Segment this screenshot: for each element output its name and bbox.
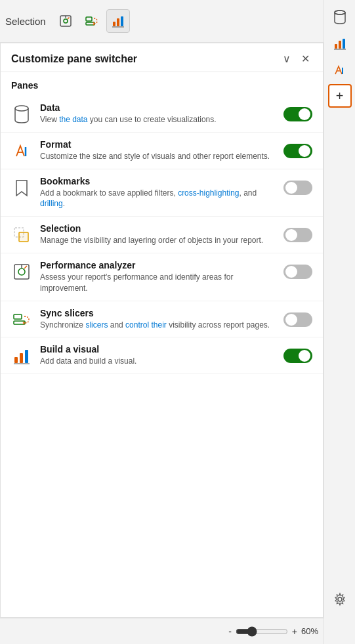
pane-icon-data <box>11 104 32 125</box>
pane-content-selection: SelectionManage the visibility and layer… <box>40 223 276 246</box>
pane-content-sync-slicers: Sync slicersSynchronize slicers and cont… <box>40 308 276 331</box>
pane-toggle-btn-build-visual[interactable] <box>283 349 312 363</box>
panel-header: Customize pane switcher ∨ ✕ <box>1 43 323 72</box>
desc-link[interactable]: the data <box>59 115 87 124</box>
pane-content-build-visual: Build a visualAdd data and build a visua… <box>40 344 276 367</box>
sync-slicers-top-btn[interactable] <box>80 9 104 33</box>
pane-name-build-visual: Build a visual <box>40 344 276 354</box>
zoom-plus-btn[interactable]: + <box>292 626 297 637</box>
pane-desc-data: View the data you can use to create visu… <box>40 114 276 125</box>
pane-icon-format <box>11 140 32 161</box>
main-panel: Customize pane switcher ∨ ✕ Panes DataVi… <box>0 43 324 618</box>
svg-rect-31 <box>20 353 23 363</box>
plus-icon: + <box>336 89 344 104</box>
pane-desc-build-visual: Add data and build a visual. <box>40 356 276 367</box>
pane-icon-selection <box>11 225 32 246</box>
right-sidebar: + <box>324 0 355 644</box>
pane-toggle-data <box>283 105 312 121</box>
pane-toggle-selection <box>283 226 312 242</box>
svg-rect-6 <box>113 22 115 26</box>
pane-icon-build-visual <box>11 345 32 366</box>
pane-toggle-build-visual <box>283 347 312 363</box>
zoom-slider[interactable] <box>236 626 288 637</box>
pane-desc-sync-slicers: Synchronize slicers and control their vi… <box>40 320 276 331</box>
pane-toggle-btn-performance[interactable] <box>283 265 312 279</box>
pane-desc-selection: Manage the visibility and layering order… <box>40 235 276 246</box>
svg-point-1 <box>64 19 68 23</box>
build-visual-top-btn[interactable] <box>106 9 130 33</box>
pane-desc-performance: Assess your report's performance and ide… <box>40 272 276 294</box>
pane-desc-format: Customize the size and style of visuals … <box>40 151 276 162</box>
desc-link[interactable]: cross-highlighting <box>178 188 239 198</box>
svg-rect-32 <box>25 350 28 363</box>
panel-collapse-btn[interactable]: ∨ <box>280 51 293 66</box>
pane-item-performance: Performance analyzerAssess your report's… <box>1 253 323 301</box>
pane-item-sync-slicers: Sync slicersSynchronize slicers and cont… <box>1 301 323 338</box>
svg-rect-30 <box>14 357 18 363</box>
top-bar: Selection <box>0 0 355 43</box>
panel-header-actions: ∨ ✕ <box>280 51 312 66</box>
pane-content-format: FormatCustomize the size and style of vi… <box>40 139 276 162</box>
pane-toggle-btn-data[interactable] <box>283 107 312 121</box>
svg-line-27 <box>24 266 27 268</box>
pane-item-bookmarks: BookmarksAdd a bookmark to save applied … <box>1 169 323 217</box>
pane-item-build-visual: Build a visualAdd data and build a visua… <box>1 337 323 374</box>
pane-toggle-btn-selection[interactable] <box>283 228 312 242</box>
pane-content-data: DataView the data you can use to create … <box>40 102 276 125</box>
panes-list: DataView the data you can use to create … <box>1 96 323 374</box>
svg-point-19 <box>15 106 28 111</box>
top-bar-icon-group <box>54 9 130 33</box>
svg-rect-4 <box>86 17 92 21</box>
svg-point-11 <box>335 11 345 14</box>
pane-toggle-btn-sync-slicers[interactable] <box>283 312 312 327</box>
sidebar-settings-icon-btn[interactable] <box>328 588 352 611</box>
desc-link[interactable]: slicers <box>85 320 108 330</box>
pane-toggle-btn-bookmarks[interactable] <box>283 181 312 195</box>
pane-toggle-format <box>283 142 312 158</box>
sidebar-data-icon-btn[interactable] <box>328 5 352 29</box>
svg-rect-28 <box>14 314 22 319</box>
pane-desc-bookmarks: Add a bookmark to save applied filters, … <box>40 188 276 210</box>
pane-icon-sync-slicers <box>11 309 32 330</box>
svg-point-25 <box>18 268 25 275</box>
performance-analyzer-top-btn[interactable] <box>54 9 77 33</box>
pane-name-selection: Selection <box>40 223 276 234</box>
pane-name-format: Format <box>40 139 276 150</box>
pane-icon-bookmarks <box>11 177 32 198</box>
pane-name-performance: Performance analyzer <box>40 260 276 270</box>
panel-close-btn[interactable]: ✕ <box>299 51 312 66</box>
pane-toggle-performance <box>283 263 312 279</box>
pane-name-sync-slicers: Sync slicers <box>40 308 276 318</box>
svg-rect-8 <box>121 16 123 26</box>
sidebar-build-icon-btn[interactable] <box>328 32 352 55</box>
bottom-bar: - + 60% ⛶ <box>0 618 355 644</box>
pane-item-format: FormatCustomize the size and style of vi… <box>1 133 323 169</box>
pane-toggle-bookmarks <box>283 179 312 195</box>
pane-name-data: Data <box>40 102 276 113</box>
sidebar-add-icon-btn[interactable]: + <box>328 84 352 108</box>
svg-point-18 <box>338 597 342 601</box>
pane-content-bookmarks: BookmarksAdd a bookmark to save applied … <box>40 176 276 210</box>
panel-title: Customize pane switcher <box>11 53 137 65</box>
pane-name-bookmarks: Bookmarks <box>40 176 276 186</box>
svg-rect-12 <box>335 44 337 49</box>
pane-content-performance: Performance analyzerAssess your report's… <box>40 260 276 294</box>
top-bar-title: Selection <box>5 16 46 27</box>
svg-rect-23 <box>19 232 28 242</box>
pane-item-selection: SelectionManage the visibility and layer… <box>1 217 323 253</box>
svg-rect-13 <box>339 41 341 49</box>
panes-section-label: Panes <box>1 72 323 96</box>
zoom-minus-btn[interactable]: - <box>228 626 232 637</box>
pane-toggle-btn-format[interactable] <box>283 144 312 158</box>
svg-line-3 <box>68 18 70 20</box>
desc-link[interactable]: control their <box>125 320 167 330</box>
pane-toggle-sync-slicers <box>283 311 312 327</box>
desc-link[interactable]: drilling <box>40 199 63 208</box>
sidebar-format-icon-btn[interactable] <box>328 58 352 81</box>
zoom-level-label: 60% <box>301 626 325 636</box>
pane-icon-performance <box>11 261 32 282</box>
svg-rect-7 <box>117 18 119 26</box>
svg-rect-14 <box>343 39 345 49</box>
pane-item-data: DataView the data you can use to create … <box>1 96 323 133</box>
